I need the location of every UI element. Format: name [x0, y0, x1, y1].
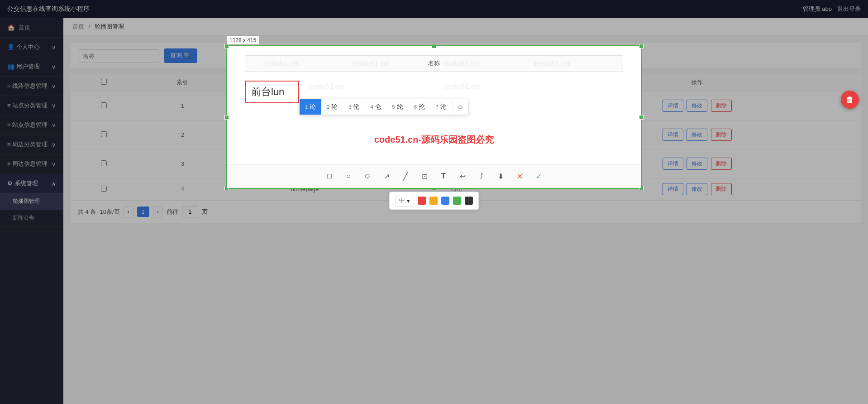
color-blue[interactable] — [441, 197, 449, 205]
ime-num-3: 3 — [348, 104, 351, 110]
font-size-arrow-icon: ▾ — [407, 197, 410, 204]
ime-num-5: 5 — [392, 104, 395, 110]
toolbar-download-button[interactable]: ⬇ — [492, 168, 509, 184]
ime-text-6: 抡 — [419, 103, 425, 111]
editor-table: 名称 — [245, 55, 623, 72]
image-editor: 1128 x 415 code51.cn code51.cn code51.cn… — [226, 45, 642, 189]
toolbar-cancel-button[interactable]: ✕ — [511, 168, 528, 184]
text-input-row: 前台lun 1 论 2 轮 3 伦 — [245, 72, 623, 108]
ime-num-7: 7 — [436, 104, 439, 110]
ime-num-6: 6 — [414, 104, 417, 110]
ime-text-4: 仑 — [375, 103, 382, 111]
ime-popup: 1 论 2 轮 3 伦 4 仑 — [299, 99, 468, 115]
toolbar-emoji-button[interactable]: ☺ — [359, 168, 376, 184]
ime-text-5: 纶 — [397, 103, 403, 111]
ime-text-7: 沦 — [440, 103, 447, 111]
editor-content: code51.cn code51.cn code51.cn code51.cn … — [227, 46, 641, 164]
toolbar-line-button[interactable]: ╱ — [397, 168, 414, 184]
toolbar-crop-button[interactable]: ⊡ — [416, 168, 433, 184]
ime-candidate-6[interactable]: 6 抡 — [409, 99, 430, 115]
font-size-label: 中 — [399, 197, 405, 205]
editor-col-name: 名称 — [245, 56, 623, 72]
toolbar-circle-button[interactable]: ○ — [340, 168, 357, 184]
trash-icon: 🗑 — [846, 95, 854, 105]
ime-text-3: 伦 — [353, 103, 359, 111]
toolbar-text-button[interactable]: T — [435, 168, 452, 184]
copyright-banner: code51.cn-源码乐园盗图必究 — [374, 134, 494, 146]
color-dark[interactable] — [465, 197, 473, 205]
ime-num-2: 2 — [327, 104, 329, 110]
toolbar-arrow-button[interactable]: ↗ — [378, 168, 395, 184]
color-red[interactable] — [418, 197, 426, 205]
editor-overlay: 1128 x 415 code51.cn code51.cn code51.cn… — [0, 0, 868, 404]
style-bar: 中 ▾ — [389, 192, 479, 210]
copyright-text: code51.cn-源码乐园盗图必究 — [374, 135, 494, 144]
ime-emoji-button[interactable]: ☺ — [452, 100, 468, 114]
ime-candidate-7[interactable]: 7 沦 — [430, 99, 452, 115]
font-size-selector[interactable]: 中 ▾ — [395, 195, 414, 207]
ime-num-1: 1 — [305, 104, 308, 110]
editor-toolbar: □ ○ ☺ ↗ ╱ ⊡ T ↩ ⤴ ⬇ ✕ ✓ 中 ▾ — [227, 164, 641, 188]
color-yellow[interactable] — [429, 197, 438, 205]
text-input-box[interactable]: 前台lun — [245, 81, 299, 103]
ime-text-1: 论 — [310, 103, 316, 111]
toolbar-rect-button[interactable]: □ — [321, 168, 338, 184]
toolbar-share-button[interactable]: ⤴ — [473, 168, 490, 184]
ime-num-4: 4 — [370, 104, 373, 110]
ime-candidate-4[interactable]: 4 仑 — [365, 99, 386, 115]
ime-candidate-1[interactable]: 1 论 — [300, 99, 321, 115]
text-english: lun — [271, 86, 284, 98]
color-green[interactable] — [453, 197, 461, 205]
editor-size-label: 1128 x 415 — [227, 36, 259, 44]
ime-text-2: 轮 — [331, 103, 338, 111]
toolbar-confirm-button[interactable]: ✓ — [530, 168, 547, 184]
floating-delete-button[interactable]: 🗑 — [841, 91, 859, 109]
ime-candidate-5[interactable]: 5 纶 — [387, 99, 409, 115]
toolbar-undo-button[interactable]: ↩ — [454, 168, 471, 184]
ime-candidate-2[interactable]: 2 轮 — [321, 99, 343, 115]
text-chinese: 前台 — [251, 85, 271, 99]
ime-candidate-3[interactable]: 3 伦 — [343, 99, 365, 115]
